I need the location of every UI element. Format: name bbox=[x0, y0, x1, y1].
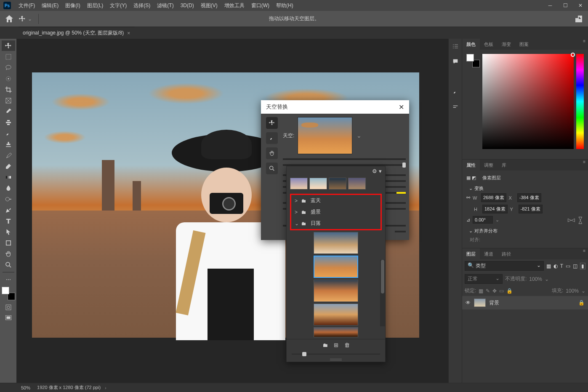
share-icon[interactable] bbox=[574, 14, 584, 24]
window-close-icon[interactable]: ✕ bbox=[573, 0, 588, 11]
tab-layers[interactable]: 图层 bbox=[462, 248, 480, 259]
menu-view[interactable]: 视图(V) bbox=[197, 0, 221, 11]
eraser-tool[interactable] bbox=[2, 161, 15, 171]
sunset-preset-5[interactable] bbox=[314, 327, 358, 337]
marquee-tool[interactable] bbox=[2, 51, 15, 62]
filter-text-icon[interactable]: T bbox=[560, 263, 563, 269]
menu-filter[interactable]: 滤镜(T) bbox=[154, 0, 177, 11]
menu-help[interactable]: 帮助(H) bbox=[273, 0, 297, 11]
sky-brush-tool[interactable] bbox=[266, 132, 278, 144]
x-field[interactable]: -384 像素 bbox=[517, 193, 541, 202]
menu-text[interactable]: 文字(Y) bbox=[106, 0, 130, 11]
align-section-head[interactable]: 对齐并分布 bbox=[466, 226, 584, 236]
blur-tool[interactable] bbox=[2, 183, 15, 193]
tab-adjustments[interactable]: 调整 bbox=[480, 160, 498, 171]
filter-toggle-icon[interactable]: ▮ bbox=[580, 263, 585, 269]
tab-libraries[interactable]: 库 bbox=[498, 160, 511, 171]
move-tool-indicator[interactable]: ⌄ bbox=[19, 15, 32, 23]
sky-select-chevron-icon[interactable]: ⌄ bbox=[356, 132, 362, 139]
edit-toolbar-icon[interactable]: ⋯ bbox=[2, 274, 15, 285]
folder-blue-sky[interactable]: > 🖿 蓝天 bbox=[291, 195, 380, 206]
menu-layer[interactable]: 图层(L) bbox=[84, 0, 107, 11]
y-field[interactable]: -821 像素 bbox=[519, 205, 543, 213]
filter-smart-icon[interactable]: ◫ bbox=[573, 263, 577, 269]
menu-3d[interactable]: 3D(D) bbox=[177, 0, 197, 11]
tab-close-icon[interactable]: × bbox=[127, 30, 130, 36]
import-folder-icon[interactable]: 🖿 bbox=[322, 342, 328, 348]
lock-pixels-icon[interactable]: ▦ bbox=[479, 288, 483, 294]
menu-edit[interactable]: 编辑(E) bbox=[38, 0, 62, 11]
foreground-swatch[interactable] bbox=[2, 287, 9, 294]
window-maximize-icon[interactable]: ☐ bbox=[558, 0, 573, 11]
zoom-tool[interactable] bbox=[2, 259, 15, 270]
crop-tool[interactable] bbox=[2, 84, 15, 95]
angle-field[interactable]: 0.00° bbox=[473, 216, 493, 224]
visibility-eye-icon[interactable]: 👁 bbox=[466, 300, 471, 306]
dialog-titlebar[interactable]: 天空替换 ✕ bbox=[261, 100, 409, 114]
lock-all-icon[interactable]: 🔒 bbox=[506, 288, 513, 294]
width-field[interactable]: 2688 像素 bbox=[481, 193, 506, 202]
brush-tool[interactable] bbox=[2, 128, 15, 139]
color-picker-field[interactable] bbox=[482, 54, 574, 149]
filter-shape-icon[interactable]: ▭ bbox=[566, 263, 570, 269]
tab-channels[interactable]: 通道 bbox=[480, 248, 498, 259]
eyedropper-tool[interactable] bbox=[2, 106, 15, 117]
quick-mask-icon[interactable] bbox=[2, 302, 15, 312]
sunset-preset-4[interactable] bbox=[314, 304, 358, 325]
text-tool[interactable] bbox=[2, 216, 15, 226]
hue-slider[interactable] bbox=[576, 54, 584, 149]
recent-sky-1[interactable] bbox=[290, 178, 308, 189]
filter-image-icon[interactable]: ▦ bbox=[546, 263, 551, 269]
color-fg-swatch[interactable] bbox=[466, 54, 474, 61]
pen-tool[interactable] bbox=[2, 205, 15, 215]
sunset-preset-1[interactable] bbox=[314, 232, 358, 254]
gradient-tool[interactable] bbox=[2, 172, 15, 182]
move-tool[interactable] bbox=[2, 40, 15, 51]
stamp-tool[interactable] bbox=[2, 139, 15, 149]
fill-field[interactable]: 100% bbox=[566, 288, 579, 294]
panel-menu-icon[interactable]: ≡ bbox=[580, 39, 588, 50]
sunset-preset-3[interactable] bbox=[314, 280, 358, 301]
sky-move-tool[interactable] bbox=[266, 117, 278, 129]
folder-sunset[interactable]: ⌄ 🖿 日落 bbox=[291, 218, 380, 229]
sky-zoom-tool[interactable] bbox=[266, 163, 278, 174]
flip-h-icon[interactable]: ▷◁ bbox=[568, 217, 575, 223]
folder-spectacular[interactable]: > 🖿 盛景 bbox=[291, 206, 380, 218]
tab-color[interactable]: 颜色 bbox=[462, 39, 480, 50]
status-dimensions[interactable]: 1920 像素 x 1280 像素 (72 ppi) bbox=[37, 384, 101, 391]
flip-v-icon[interactable]: ▷◁ bbox=[578, 216, 583, 223]
status-caret-icon[interactable]: › bbox=[105, 385, 106, 390]
lock-paint-icon[interactable]: ✎ bbox=[486, 288, 490, 294]
brush-panel-icon[interactable] bbox=[451, 88, 460, 96]
brush-settings-panel-icon[interactable] bbox=[451, 103, 460, 111]
recent-sky-3[interactable] bbox=[329, 178, 346, 189]
opacity-field[interactable]: 100% bbox=[529, 276, 542, 282]
menu-select[interactable]: 选择(S) bbox=[130, 0, 154, 11]
menu-file[interactable]: 文件(F) bbox=[15, 0, 38, 11]
slider-1[interactable] bbox=[283, 158, 406, 160]
slider-stub[interactable] bbox=[395, 231, 406, 232]
healing-tool[interactable] bbox=[2, 117, 15, 128]
thumb-size-slider[interactable] bbox=[292, 354, 380, 355]
menu-window[interactable]: 窗口(W) bbox=[248, 0, 273, 11]
lasso-tool[interactable] bbox=[2, 62, 15, 73]
panel-menu-icon[interactable]: ≡ bbox=[580, 248, 588, 259]
height-field[interactable]: 1824 像素 bbox=[482, 205, 508, 213]
dialog-close-icon[interactable]: ✕ bbox=[399, 103, 404, 111]
history-panel-icon[interactable] bbox=[451, 42, 460, 51]
filter-adjust-icon[interactable]: ◐ bbox=[553, 263, 558, 269]
presets-scrollbar[interactable] bbox=[380, 260, 385, 326]
sky-hand-tool[interactable] bbox=[266, 147, 278, 159]
menu-image[interactable]: 图像(I) bbox=[62, 0, 83, 11]
lock-artboard-icon[interactable]: ▭ bbox=[499, 288, 504, 294]
path-select-tool[interactable] bbox=[2, 227, 15, 237]
shape-tool[interactable] bbox=[2, 237, 15, 248]
fg-bg-swatch[interactable] bbox=[2, 287, 15, 300]
tab-patterns[interactable]: 图案 bbox=[515, 39, 533, 50]
status-zoom[interactable]: 50% bbox=[21, 385, 30, 390]
tab-properties[interactable]: 属性 bbox=[462, 160, 480, 171]
panel-menu-icon[interactable]: ≡ bbox=[580, 160, 588, 171]
sky-preview-thumbnail[interactable] bbox=[298, 117, 352, 154]
layer-filter-select[interactable]: 🔍类型⌄ bbox=[465, 261, 544, 271]
transform-section-head[interactable]: 变换 bbox=[466, 184, 584, 193]
